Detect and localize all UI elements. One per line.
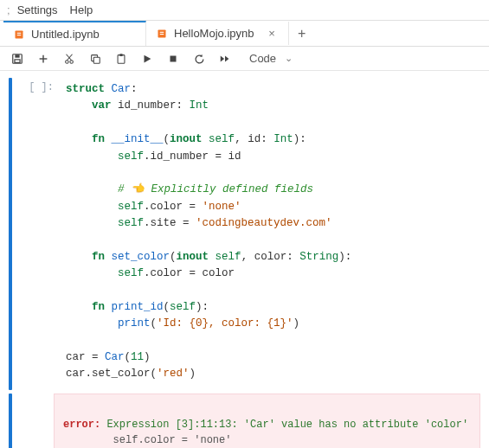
new-tab-button[interactable]: + [289, 23, 314, 44]
cell-active-stripe [9, 78, 12, 390]
output-prompt-spacer [19, 394, 54, 448]
stop-icon[interactable] [166, 53, 180, 65]
run-icon[interactable] [140, 53, 154, 65]
menu-settings[interactable]: Settings [17, 3, 58, 16]
run-all-icon[interactable] [218, 53, 232, 65]
tab-close-button[interactable]: × [266, 27, 278, 40]
menubar: ; Settings Help [0, 0, 489, 21]
output-stripe [9, 394, 12, 448]
svg-rect-4 [160, 31, 164, 32]
notebook-toolbar: Code ⌄ [0, 47, 489, 71]
svg-rect-18 [119, 54, 123, 56]
notebook-icon [157, 29, 167, 39]
svg-marker-22 [225, 55, 228, 61]
cell-output-row: error: Expression [3]:11:13: 'Car' value… [9, 394, 480, 448]
cell-content[interactable]: struct Car: var id_number: Int fn __init… [61, 78, 480, 390]
code-cell[interactable]: [ ]: struct Car: var id_number: Int fn _… [9, 78, 480, 390]
menu-help[interactable]: Help [70, 3, 93, 16]
menubar-overflow: ; [7, 3, 10, 16]
svg-marker-19 [145, 54, 151, 62]
svg-rect-7 [15, 54, 19, 58]
cell-type-selector[interactable]: Code ⌄ [244, 52, 298, 65]
code-editor[interactable]: struct Car: var id_number: Int fn __init… [66, 81, 475, 383]
tabstrip: Untitled.ipynb HelloMojo.ipynb × + [0, 21, 489, 47]
svg-rect-1 [17, 32, 22, 33]
svg-rect-17 [118, 54, 125, 63]
cell-type-label: Code [249, 52, 276, 65]
error-output: error: Expression [3]:11:13: 'Car' value… [54, 394, 480, 448]
cut-icon[interactable] [62, 53, 76, 65]
svg-point-12 [70, 60, 74, 63]
tab-label: HelloMojo.ipynb [174, 27, 254, 40]
chevron-down-icon: ⌄ [285, 53, 293, 64]
error-block: error: Expression [3]:11:13: 'Car' value… [63, 417, 471, 448]
svg-line-13 [67, 54, 72, 60]
notebook-icon [14, 29, 24, 40]
add-cell-icon[interactable] [36, 53, 50, 65]
tab-untitled[interactable]: Untitled.ipynb [3, 21, 146, 46]
paste-icon[interactable] [114, 53, 128, 65]
svg-rect-20 [171, 55, 177, 61]
svg-rect-2 [17, 35, 22, 35]
svg-rect-16 [93, 57, 100, 63]
restart-icon[interactable] [192, 53, 206, 65]
svg-point-11 [66, 60, 69, 63]
svg-line-14 [67, 54, 72, 60]
svg-marker-21 [221, 55, 224, 61]
cell-prompt: [ ]: [19, 78, 61, 390]
svg-rect-8 [15, 59, 20, 62]
notebook-area: [ ]: struct Car: var id_number: Int fn _… [0, 71, 489, 448]
save-icon[interactable] [10, 53, 24, 65]
tab-hellomojo[interactable]: HelloMojo.ipynb × [146, 22, 289, 45]
svg-rect-5 [160, 34, 164, 35]
tab-label: Untitled.ipynb [31, 28, 100, 41]
copy-icon[interactable] [88, 53, 102, 65]
